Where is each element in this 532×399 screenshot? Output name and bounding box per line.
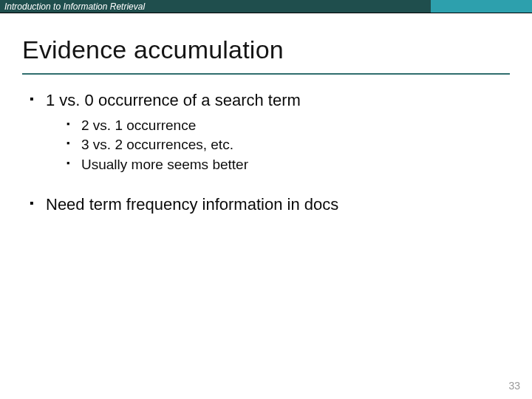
bullet-1-sub-1: 2 vs. 1 occurrence — [66, 116, 510, 136]
header-accent — [431, 0, 532, 13]
page-number: 33 — [508, 380, 520, 392]
bullet-1-sub-3: Usually more seems better — [66, 155, 510, 175]
bullet-1-sub-2: 3 vs. 2 occurrences, etc. — [66, 135, 510, 155]
content-area: 1 vs. 0 occurrence of a search term 2 vs… — [0, 75, 532, 216]
title-area: Evidence accumulation — [0, 13, 532, 69]
bullet-1-sublist: 2 vs. 1 occurrence 3 vs. 2 occurrences, … — [46, 116, 510, 175]
bullet-1-text: 1 vs. 0 occurrence of a search term — [46, 91, 301, 109]
header-bar: Introduction to Information Retrieval — [0, 0, 532, 13]
bullet-1: 1 vs. 0 occurrence of a search term 2 vs… — [30, 89, 510, 174]
slide-title: Evidence accumulation — [22, 35, 510, 64]
course-title: Introduction to Information Retrieval — [0, 0, 431, 13]
bullet-2: Need term frequency information in docs — [30, 194, 510, 216]
bullet-list: 1 vs. 0 occurrence of a search term 2 vs… — [22, 89, 510, 216]
bullet-2-text: Need term frequency information in docs — [46, 195, 338, 214]
